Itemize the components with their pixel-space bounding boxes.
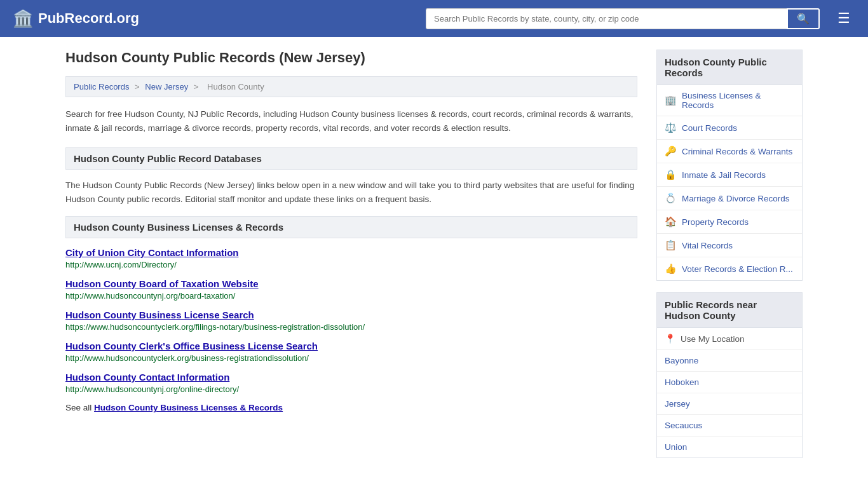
link-taxation-url: http://www.hudsoncountynj.org/board-taxa… bbox=[65, 291, 637, 301]
nearby-link-location[interactable]: 📍 Use My Location bbox=[657, 328, 802, 349]
sidebar-link-vital[interactable]: 📋 Vital Records bbox=[657, 234, 802, 257]
logo-icon: 🏛️ bbox=[13, 9, 33, 29]
nearby-label-location: Use My Location bbox=[681, 334, 745, 344]
nearby-label-secaucus: Secaucus bbox=[665, 421, 702, 430]
nearby-label-bayonne: Bayonne bbox=[665, 356, 698, 365]
search-bar: 🔍 bbox=[426, 8, 820, 29]
link-business-search[interactable]: Hudson County Business License Search bbox=[65, 309, 637, 320]
link-union-city-url: http://www.ucnj.com/Directory/ bbox=[65, 260, 637, 269]
breadcrumb: Public Records > New Jersey > Hudson Cou… bbox=[65, 76, 637, 97]
nearby-section-title: Public Records near Hudson County bbox=[656, 292, 803, 327]
nearby-link-secaucus[interactable]: Secaucus bbox=[657, 415, 802, 436]
site-header: 🏛️ PubRecord.org 🔍 ☰ bbox=[0, 0, 868, 37]
nearby-label-hoboken: Hoboken bbox=[665, 377, 699, 387]
hamburger-button[interactable]: ☰ bbox=[832, 9, 855, 28]
marriage-icon: 💍 bbox=[665, 193, 677, 204]
sidebar-item-voter[interactable]: 👍 Voter Records & Election R... bbox=[657, 257, 802, 280]
see-all-label: See all bbox=[65, 403, 92, 412]
sidebar-link-criminal[interactable]: 🔑 Criminal Records & Warrants bbox=[657, 140, 802, 163]
nearby-item-location[interactable]: 📍 Use My Location bbox=[657, 328, 802, 350]
see-all-business: See all Hudson County Business Licenses … bbox=[65, 403, 637, 412]
inmate-icon: 🔒 bbox=[665, 169, 677, 180]
sidebar-item-vital[interactable]: 📋 Vital Records bbox=[657, 234, 802, 257]
nearby-link-hoboken[interactable]: Hoboken bbox=[657, 372, 802, 393]
sidebar-label-vital: Vital Records bbox=[682, 241, 733, 250]
logo-text: PubRecord.org bbox=[38, 10, 139, 27]
vital-icon: 📋 bbox=[665, 240, 677, 251]
court-icon: ⚖️ bbox=[665, 122, 677, 133]
main-wrapper: Hudson County Public Records (New Jersey… bbox=[53, 37, 815, 471]
see-all-link[interactable]: Hudson County Business Licenses & Record… bbox=[94, 403, 283, 412]
databases-section-header: Hudson County Public Record Databases bbox=[65, 147, 637, 170]
intro-text: Search for free Hudson County, NJ Public… bbox=[65, 107, 637, 135]
search-input[interactable] bbox=[426, 8, 787, 29]
sidebar-link-inmate[interactable]: 🔒 Inmate & Jail Records bbox=[657, 163, 802, 186]
sidebar-item-business[interactable]: 🏢 Business Licenses & Records bbox=[657, 85, 802, 116]
sidebar-item-criminal[interactable]: 🔑 Criminal Records & Warrants bbox=[657, 140, 802, 163]
nearby-item-union[interactable]: Union bbox=[657, 437, 802, 458]
sidebar-item-property[interactable]: 🏠 Property Records bbox=[657, 210, 802, 234]
nearby-label-jersey: Jersey bbox=[665, 399, 690, 409]
sidebar-item-court[interactable]: ⚖️ Court Records bbox=[657, 116, 802, 140]
breadcrumb-public-records[interactable]: Public Records bbox=[74, 82, 129, 92]
sidebar-label-property: Property Records bbox=[682, 217, 749, 227]
sidebar-public-records-title: Hudson County Public Records bbox=[656, 50, 803, 85]
sidebar-item-marriage[interactable]: 💍 Marriage & Divorce Records bbox=[657, 187, 802, 210]
nearby-link-union[interactable]: Union bbox=[657, 437, 802, 458]
criminal-icon: 🔑 bbox=[665, 146, 677, 157]
sidebar-link-court[interactable]: ⚖️ Court Records bbox=[657, 116, 802, 139]
sidebar-label-voter: Voter Records & Election R... bbox=[682, 264, 793, 274]
nearby-list: 📍 Use My Location Bayonne Hoboken Jersey bbox=[656, 327, 803, 458]
sidebar: Hudson County Public Records 🏢 Business … bbox=[656, 50, 803, 458]
breadcrumb-hudson-county: Hudson County bbox=[207, 82, 264, 92]
sidebar-label-marriage: Marriage & Divorce Records bbox=[682, 194, 790, 203]
nearby-label-union: Union bbox=[665, 442, 687, 452]
voter-icon: 👍 bbox=[665, 263, 677, 274]
sidebar-public-records-list: 🏢 Business Licenses & Records ⚖️ Court R… bbox=[656, 85, 803, 281]
site-logo[interactable]: 🏛️ PubRecord.org bbox=[13, 9, 139, 29]
business-icon: 🏢 bbox=[665, 95, 677, 106]
sidebar-link-business[interactable]: 🏢 Business Licenses & Records bbox=[657, 85, 802, 116]
sidebar-link-voter[interactable]: 👍 Voter Records & Election R... bbox=[657, 257, 802, 280]
nearby-item-bayonne[interactable]: Bayonne bbox=[657, 350, 802, 372]
breadcrumb-new-jersey[interactable]: New Jersey bbox=[145, 82, 188, 92]
nearby-item-jersey[interactable]: Jersey bbox=[657, 393, 802, 415]
link-contact-info-url: http://www.hudsoncountynj.org/online-dir… bbox=[65, 384, 637, 394]
breadcrumb-sep-1: > bbox=[135, 82, 142, 92]
sidebar-label-inmate: Inmate & Jail Records bbox=[682, 170, 766, 180]
link-taxation[interactable]: Hudson County Board of Taxation Website bbox=[65, 278, 637, 289]
property-icon: 🏠 bbox=[665, 216, 677, 227]
nearby-link-jersey[interactable]: Jersey bbox=[657, 393, 802, 414]
sidebar-label-business: Business Licenses & Records bbox=[682, 91, 794, 110]
link-clerks-office[interactable]: Hudson County Clerk's Office Business Li… bbox=[65, 341, 637, 351]
location-pin-icon: 📍 bbox=[665, 334, 675, 344]
nearby-item-secaucus[interactable]: Secaucus bbox=[657, 415, 802, 437]
link-clerks-office-url: http://www.hudsoncountyclerk.org/busines… bbox=[65, 353, 637, 363]
business-section-header: Hudson County Business Licenses & Record… bbox=[65, 216, 637, 238]
nearby-link-bayonne[interactable]: Bayonne bbox=[657, 350, 802, 371]
databases-section-desc: The Hudson County Public Records (New Je… bbox=[65, 179, 637, 206]
sidebar-label-court: Court Records bbox=[682, 123, 737, 133]
link-contact-info[interactable]: Hudson County Contact Information bbox=[65, 372, 637, 383]
nearby-item-hoboken[interactable]: Hoboken bbox=[657, 372, 802, 393]
sidebar-label-criminal: Criminal Records & Warrants bbox=[682, 147, 792, 156]
sidebar-link-property[interactable]: 🏠 Property Records bbox=[657, 210, 802, 233]
page-title: Hudson County Public Records (New Jersey… bbox=[65, 50, 637, 66]
link-union-city[interactable]: City of Union City Contact Information bbox=[65, 247, 637, 258]
sidebar-item-inmate[interactable]: 🔒 Inmate & Jail Records bbox=[657, 163, 802, 187]
content-area: Hudson County Public Records (New Jersey… bbox=[65, 50, 637, 458]
breadcrumb-sep-2: > bbox=[194, 82, 201, 92]
search-button[interactable]: 🔍 bbox=[787, 8, 820, 29]
see-all-link-text: Hudson County Business Licenses & Record… bbox=[94, 403, 283, 412]
link-business-search-url: https://www.hudsoncountyclerk.org/filing… bbox=[65, 322, 637, 332]
sidebar-link-marriage[interactable]: 💍 Marriage & Divorce Records bbox=[657, 187, 802, 210]
